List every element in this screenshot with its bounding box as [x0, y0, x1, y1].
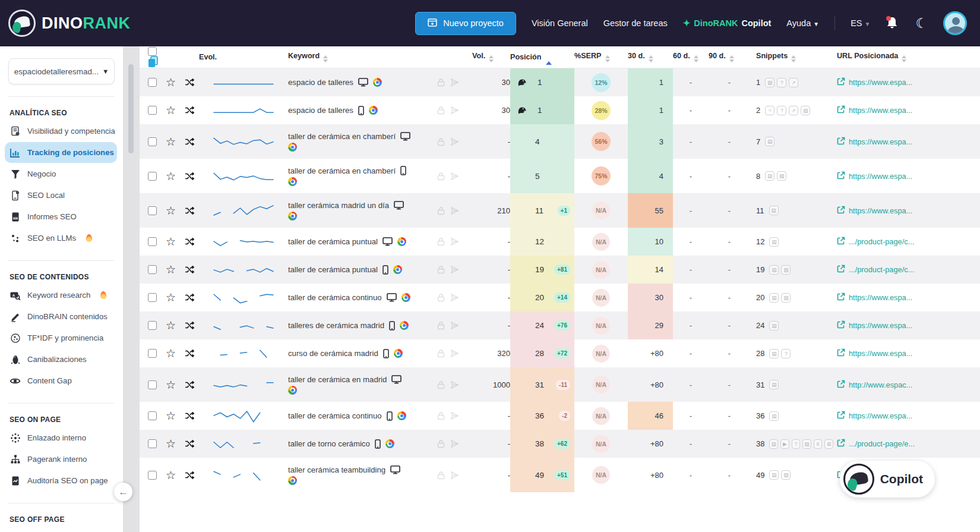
favorite-star-icon[interactable]: ☆ [166, 236, 176, 247]
shuffle-icon[interactable] [185, 293, 195, 302]
sidebar-item-keyword-research[interactable]: AKeyword research [5, 285, 117, 306]
favorite-star-icon[interactable]: ☆ [166, 438, 176, 449]
sort-icon[interactable] [902, 55, 906, 62]
shuffle-icon[interactable] [185, 106, 195, 115]
user-avatar[interactable] [943, 11, 967, 35]
row-checkbox[interactable] [148, 293, 157, 302]
row-checkbox[interactable] [148, 78, 157, 87]
favorite-star-icon[interactable]: ☆ [166, 320, 176, 331]
positioned-url-link[interactable]: https://www.espa... [837, 137, 912, 147]
positioned-url-link[interactable]: https://www.espa... [837, 411, 912, 421]
nav-overview-link[interactable]: Visión General [532, 18, 588, 28]
positioned-url-link[interactable]: https://www.espa... [837, 105, 912, 115]
sidebar-item-canibalizaciones[interactable]: Canibalizaciones [5, 349, 117, 370]
nav-help-menu[interactable]: Ayuda▼ [786, 18, 819, 28]
evolution-sparkline[interactable] [199, 284, 288, 311]
new-project-button[interactable]: Nuevo proyecto [415, 12, 516, 35]
shuffle-icon[interactable] [185, 349, 195, 358]
sidebar-collapse-button[interactable]: ← [114, 483, 132, 501]
shuffle-icon[interactable] [185, 411, 195, 420]
sidebar-item-content-gap[interactable]: Content Gap [5, 370, 117, 391]
positioned-url-link[interactable]: https://www.espa... [837, 77, 912, 87]
sort-icon[interactable] [649, 55, 653, 62]
row-checkbox[interactable] [148, 439, 157, 448]
positioned-url-link[interactable]: .../product-page/e... [837, 439, 915, 449]
project-selector[interactable]: espaciodetalleresmad...▼ [8, 58, 115, 84]
evolution-sparkline[interactable] [199, 96, 288, 124]
header-vol[interactable]: Vol. [472, 52, 485, 60]
sidebar-item-seo-en-llms[interactable]: SEO en LLMs [5, 228, 117, 248]
sort-asc-icon[interactable] [546, 53, 552, 65]
shuffle-icon[interactable] [185, 439, 195, 448]
sidebar-item-auditor-a-seo-on-page[interactable]: Auditoría SEO on page [5, 470, 117, 491]
favorite-star-icon[interactable]: ☆ [166, 171, 176, 182]
positioned-url-link[interactable]: .../product-page/c... [837, 237, 914, 247]
favorite-star-icon[interactable]: ☆ [166, 105, 176, 116]
shuffle-icon[interactable] [185, 172, 195, 181]
header-url[interactable]: URL Posicionada [837, 52, 898, 60]
evolution-sparkline[interactable] [199, 193, 288, 228]
copilot-floating-button[interactable]: Copilot [840, 461, 935, 498]
row-checkbox[interactable] [148, 411, 157, 420]
sidebar-item-enlazado-interno[interactable]: Enlazado interno [5, 427, 117, 448]
sidebar-item-visibilidad-y-competencia[interactable]: Visibilidad y competencia [5, 121, 117, 141]
dinorank-logo[interactable]: DINORANK [8, 10, 131, 37]
shuffle-icon[interactable] [185, 137, 195, 146]
shuffle-icon[interactable] [185, 471, 195, 480]
sort-icon[interactable] [694, 55, 698, 62]
evolution-sparkline[interactable] [199, 458, 288, 492]
sort-icon[interactable] [791, 55, 796, 62]
favorite-star-icon[interactable]: ☆ [166, 205, 176, 216]
positioned-url-link[interactable]: .../product-page/c... [837, 265, 914, 275]
sort-icon[interactable] [605, 55, 610, 62]
header-90d[interactable]: 90 d. [709, 52, 726, 60]
header-posicion[interactable]: Posición [510, 53, 541, 61]
positioned-url-link[interactable]: https://www.espa... [837, 348, 912, 358]
sidebar-item-informes-seo[interactable]: PDFInformes SEO [5, 206, 117, 227]
header-30d[interactable]: 30 d. [628, 52, 645, 60]
language-selector[interactable]: ES▼ [851, 18, 870, 28]
evolution-sparkline[interactable] [199, 256, 288, 284]
sidebar-item-dinobrain-contenidos[interactable]: DinoBRAIN contenidos [5, 306, 117, 327]
favorite-star-icon[interactable]: ☆ [166, 77, 176, 88]
favorite-star-icon[interactable]: ☆ [166, 379, 176, 391]
header-serp[interactable]: %SERP [574, 52, 602, 60]
header-evol[interactable]: Evol. [199, 53, 217, 61]
evolution-sparkline[interactable] [199, 124, 288, 159]
nav-copilot-link[interactable]: ✦ DinoRANK Copilot [683, 18, 772, 29]
sidebar-item-tf-idf-y-prominencia[interactable]: TF*IDF y prominencia [5, 328, 117, 348]
copy-icon[interactable] [148, 56, 199, 68]
evolution-sparkline[interactable] [199, 367, 288, 402]
favorite-star-icon[interactable]: ☆ [166, 470, 176, 481]
shuffle-icon[interactable] [185, 78, 195, 87]
sidebar-item-pagerank-interno[interactable]: Pagerank interno [5, 449, 117, 470]
sidebar-item-tracking-de-posiciones[interactable]: Tracking de posiciones [5, 142, 117, 163]
dark-mode-moon-icon[interactable]: ☾ [915, 17, 928, 30]
row-checkbox[interactable] [148, 471, 157, 480]
row-checkbox[interactable] [148, 172, 157, 181]
sidebar-item-seo-local[interactable]: SEO Local [5, 185, 117, 206]
favorite-star-icon[interactable]: ☆ [166, 348, 176, 359]
sidebar-scrollbar[interactable] [123, 46, 140, 532]
evolution-sparkline[interactable] [199, 228, 288, 256]
evolution-sparkline[interactable] [199, 68, 288, 96]
sort-icon[interactable] [323, 55, 328, 62]
evolution-sparkline[interactable] [199, 159, 288, 193]
row-checkbox[interactable] [148, 106, 157, 115]
row-checkbox[interactable] [148, 380, 157, 389]
positioned-url-link[interactable]: https://www.espa... [837, 292, 912, 303]
evolution-sparkline[interactable] [199, 339, 288, 367]
select-all-checkbox[interactable] [148, 47, 157, 56]
favorite-star-icon[interactable]: ☆ [166, 264, 176, 275]
row-checkbox[interactable] [148, 265, 157, 274]
evolution-sparkline[interactable] [199, 311, 288, 339]
positioned-url-link[interactable]: http://www.espac... [837, 380, 912, 390]
nav-tasks-link[interactable]: Gestor de tareas [603, 18, 668, 28]
sort-icon[interactable] [489, 55, 494, 62]
row-checkbox[interactable] [148, 349, 157, 358]
favorite-star-icon[interactable]: ☆ [166, 136, 176, 147]
positioned-url-link[interactable]: https://www.espa... [837, 206, 912, 216]
header-snippets[interactable]: Snippets [756, 52, 788, 60]
positioned-url-link[interactable]: https://www.espa... [837, 171, 912, 181]
header-keyword[interactable]: Keyword [288, 52, 320, 60]
